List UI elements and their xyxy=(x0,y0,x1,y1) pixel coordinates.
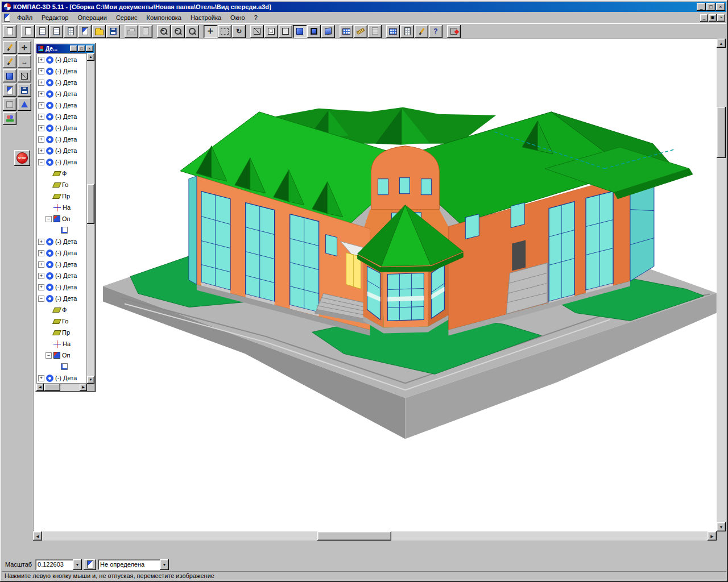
tree-item[interactable]: +(-) Дета xyxy=(37,236,86,247)
tree-item[interactable]: −Оп xyxy=(37,213,86,225)
edit-part-button[interactable] xyxy=(3,41,16,54)
3d-viewport[interactable] xyxy=(33,39,717,531)
scroll-left-button[interactable]: ◀ xyxy=(33,531,42,541)
menu-layout[interactable]: Компоновка xyxy=(142,13,186,23)
open-document-button[interactable] xyxy=(92,25,106,38)
new-sheet-button[interactable] xyxy=(21,25,35,38)
tree-expand-toggle[interactable]: + xyxy=(38,273,44,279)
menu-editor[interactable]: Редактор xyxy=(37,13,73,23)
tree-close-button[interactable]: × xyxy=(86,45,93,52)
zoom-in-button[interactable]: + xyxy=(157,25,171,38)
zoom-out-button[interactable]: − xyxy=(171,25,185,38)
new-part-button[interactable] xyxy=(3,84,16,97)
tree-item[interactable]: +(-) Дета xyxy=(37,247,86,259)
report-button[interactable] xyxy=(400,25,414,38)
document-restore-button[interactable]: ▣ xyxy=(709,14,717,22)
tree-scroll-left-button[interactable]: ◀ xyxy=(36,384,44,391)
tree-scroll-right-button[interactable]: ▶ xyxy=(80,384,87,391)
tree-expand-toggle[interactable]: + xyxy=(38,68,44,74)
tree-item[interactable]: +(-) Дета xyxy=(37,122,86,134)
save-model-button[interactable] xyxy=(18,84,31,97)
tree-item[interactable]: −(-) Дета xyxy=(37,293,86,304)
tree-item[interactable]: −(-) Дета xyxy=(37,156,86,168)
minimize-button[interactable]: _ xyxy=(697,3,706,11)
tree-item[interactable]: Пр xyxy=(37,327,86,338)
hidden-lines-thin-view-button[interactable] xyxy=(279,25,292,38)
shaded-view-button[interactable] xyxy=(293,25,307,38)
orientation-combo-arrow[interactable]: ▼ xyxy=(160,559,169,570)
tree-item[interactable]: +(-) Дета xyxy=(37,77,86,88)
rebuild-model-button[interactable] xyxy=(340,25,353,38)
orientation-combo[interactable]: Не определена ▼ xyxy=(98,559,169,570)
tree-item[interactable]: Го xyxy=(37,179,86,190)
tree-item[interactable]: +(-) Дета xyxy=(37,65,86,77)
tree-item[interactable]: Го xyxy=(37,315,86,327)
tree-scroll-up-button[interactable]: ▲ xyxy=(87,53,94,61)
extrude-operation-button[interactable] xyxy=(3,69,16,82)
orientation-button[interactable]: ✛ xyxy=(18,41,31,54)
tree-expand-toggle[interactable]: + xyxy=(38,375,44,381)
tree-item[interactable]: Ф xyxy=(37,304,86,315)
tree-expand-toggle[interactable]: + xyxy=(38,239,44,245)
tree-window-titlebar[interactable]: Де... _ □ × xyxy=(36,44,94,53)
tree-item[interactable]: +(-) Дета xyxy=(37,99,86,111)
tree-expand-toggle[interactable]: + xyxy=(38,91,44,97)
tree-vscroll-thumb[interactable] xyxy=(87,184,94,224)
new-fragment-button[interactable] xyxy=(35,25,49,38)
object-groups-button[interactable] xyxy=(3,112,16,125)
save-document-button[interactable] xyxy=(106,25,120,38)
new-document-button[interactable] xyxy=(3,25,16,38)
wireframe-view-button[interactable] xyxy=(250,25,264,38)
tree-minimize-button[interactable]: _ xyxy=(70,45,77,52)
tree-expand-toggle[interactable]: + xyxy=(38,148,44,154)
context-help-button[interactable]: ? xyxy=(429,25,442,38)
tree-item[interactable]: +(-) Дета xyxy=(37,145,86,156)
tree-item[interactable]: +(-) Дета xyxy=(37,54,86,65)
tree-expand-toggle[interactable]: + xyxy=(38,57,44,63)
maximize-button[interactable]: □ xyxy=(706,3,715,11)
pan-view-button[interactable]: ✛ xyxy=(204,25,217,38)
viewport-hscrollbar[interactable]: ◀ ▶ xyxy=(33,531,717,541)
interrupt-command-button[interactable] xyxy=(447,25,461,38)
vscroll-thumb[interactable] xyxy=(717,107,726,158)
new-specification-button[interactable] xyxy=(64,25,77,38)
document-minimize-button[interactable]: _ xyxy=(700,14,708,22)
tree-item[interactable]: +(-) Дета xyxy=(37,270,86,281)
sketch-button[interactable] xyxy=(3,55,16,68)
shaded-edges-view-button[interactable] xyxy=(307,25,321,38)
tree-hscroll-thumb[interactable] xyxy=(44,384,60,391)
orientation-button[interactable] xyxy=(84,559,96,570)
tree-item[interactable]: −Оп xyxy=(37,350,86,361)
tree-expand-toggle[interactable]: − xyxy=(46,216,52,222)
show-all-button[interactable] xyxy=(18,98,31,111)
scale-combo-arrow[interactable]: ▼ xyxy=(73,559,82,570)
tree-expand-toggle[interactable]: − xyxy=(38,296,44,302)
scale-combo[interactable]: 0.122603 ▼ xyxy=(35,559,82,570)
scroll-right-button[interactable]: ▶ xyxy=(708,531,717,541)
menu-settings[interactable]: Настройка xyxy=(186,13,226,23)
tree-expand-toggle[interactable]: − xyxy=(46,352,52,359)
document-close-button[interactable]: × xyxy=(717,14,725,22)
new-part-button[interactable] xyxy=(78,25,92,38)
rotate-view-button[interactable]: ↻ xyxy=(232,25,246,38)
tree-expand-toggle[interactable]: + xyxy=(38,261,44,268)
tree-item[interactable]: На xyxy=(37,202,86,213)
tree-item[interactable]: +(-) Дета xyxy=(37,88,86,99)
zoom-all-button[interactable] xyxy=(185,25,199,38)
move-view-button[interactable]: ↔ xyxy=(18,55,31,68)
zoom-rectangle-button[interactable] xyxy=(218,25,231,38)
tree-maximize-button[interactable]: □ xyxy=(78,45,85,52)
tree-item[interactable]: +(-) Дета xyxy=(37,134,86,145)
tree-scroll-down-button[interactable]: ▼ xyxy=(87,376,94,384)
tree-item[interactable]: На xyxy=(37,338,86,350)
menu-help[interactable]: ? xyxy=(250,13,262,23)
title-bar[interactable]: КОМПАС-3D 5.11 - [Сборка C:\Мои документ… xyxy=(2,2,726,12)
menu-file[interactable]: Файл xyxy=(13,13,37,23)
measure-button[interactable] xyxy=(354,25,367,38)
tree-item[interactable] xyxy=(37,225,86,236)
tree-item[interactable] xyxy=(37,361,86,372)
tree-expand-toggle[interactable]: + xyxy=(38,125,44,131)
tree-expand-toggle[interactable]: − xyxy=(38,159,44,165)
tree-item[interactable]: Ф xyxy=(37,168,86,179)
stop-button[interactable]: STOP xyxy=(14,150,30,166)
